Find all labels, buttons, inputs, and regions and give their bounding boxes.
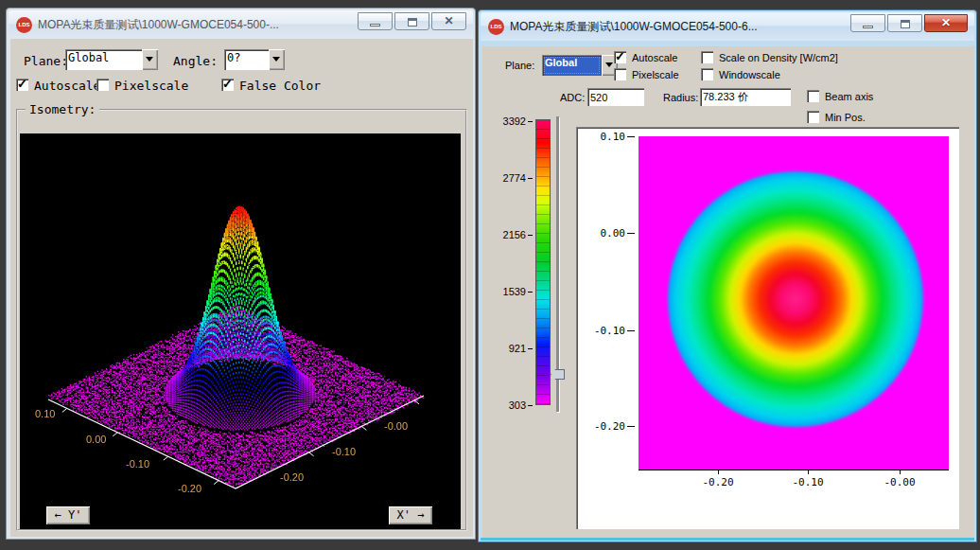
x-tickmark [808, 470, 809, 474]
plane-combobox[interactable]: Global [65, 49, 158, 70]
x-tickmark [900, 470, 901, 474]
y-tickmark [627, 426, 635, 427]
app-icon: LDS [488, 19, 504, 35]
plane-combobox[interactable]: Global [542, 55, 618, 76]
adc-input[interactable] [587, 88, 644, 106]
plane-combobox-value: Global [65, 49, 142, 70]
colorbar-tick-2: 2156 [488, 229, 526, 240]
x-tick-1: -0.10 [787, 476, 829, 488]
pixelscale-label: Pixelscale [632, 69, 679, 80]
iso-x-tick-2: -0.20 [280, 471, 304, 483]
close-button[interactable]: ✕ [431, 12, 466, 30]
colorbar-tickmark [528, 292, 533, 293]
beam-profile-window: LDS MOPA光束质量测试\1000W-GMOCE054-500-6... ✕… [478, 9, 977, 542]
radius-input[interactable] [700, 88, 791, 106]
radius-label: Radius: [663, 92, 698, 103]
iso-y-tick-2: -0.10 [126, 458, 149, 470]
threshold-slider-thumb[interactable] [551, 369, 565, 380]
x-tickmark [718, 470, 719, 474]
rotate-y-button[interactable]: ← Y' [46, 506, 90, 524]
isometry-plot-area: 0.10 0.00 -0.10 -0.20 -0.00 -0.10 -0.20 … [20, 133, 461, 529]
autoscale-label: Autoscale [34, 79, 100, 93]
plane-label: Plane: [505, 60, 534, 71]
beam-axis-label: Beam axis [825, 91, 873, 102]
app-icon: LDS [16, 17, 32, 33]
scale-density-checkbox[interactable] [701, 51, 713, 63]
colorbar-tick-5: 303 [488, 399, 526, 411]
plane-combobox-value: Global [542, 55, 602, 76]
y-tickmark [627, 330, 635, 331]
rotate-x-button[interactable]: X' → [389, 506, 432, 524]
iso-y-tick-1: 0.00 [86, 434, 106, 445]
windowscale-checkbox[interactable] [701, 68, 713, 80]
colorbar-tickmark [528, 348, 533, 349]
pixelscale-checkbox[interactable] [614, 68, 626, 80]
beam-axis-checkbox[interactable] [807, 90, 819, 102]
minimize-icon [863, 26, 873, 28]
iso-x-tick-1: -0.10 [332, 446, 356, 457]
x-axis-line [639, 470, 949, 470]
colorbar-tick-1: 2774 [488, 172, 526, 184]
left-window-title: MOPA光束质量测试\1000W-GMOCE054-500-... [38, 17, 358, 33]
beam-false-color-image [639, 136, 949, 470]
colorbar-tickmark [528, 178, 533, 179]
angle-combobox-value: 0? [224, 49, 269, 70]
y-tick-3: -0.20 [580, 420, 625, 433]
colorbar-tickmark [528, 235, 533, 236]
x-tick-2: -0.00 [879, 476, 920, 488]
close-icon: ✕ [432, 14, 465, 27]
colorbar-tickmark [528, 405, 533, 406]
minimize-button[interactable] [358, 12, 393, 30]
right-client-area: Plane: Global Autoscale Pixelscale Scale… [482, 46, 974, 538]
x-tick-0: -0.20 [697, 476, 739, 488]
min-pos-checkbox[interactable] [807, 111, 819, 123]
colorbar-tickmark [528, 121, 533, 122]
iso-y-tick-0: 0.10 [35, 408, 55, 419]
windowscale-label: Windowscale [719, 69, 780, 80]
maximize-icon [901, 20, 910, 28]
colorbar [535, 119, 551, 405]
close-button[interactable]: ✕ [924, 14, 968, 32]
threshold-slider-track[interactable] [556, 116, 559, 412]
left-client-area: Plane: Global Angle: 0? Autoscale Pixels… [10, 39, 473, 537]
angle-label: Angle: [173, 54, 218, 68]
pixelscale-checkbox[interactable] [96, 79, 109, 91]
autoscale-label: Autoscale [632, 52, 677, 63]
desktop: LDS MOPA光束质量测试\1000W-GMOCE054-500-... ✕ … [0, 0, 980, 550]
false-color-label: False Color [239, 79, 321, 93]
iso-y-tick-3: -0.20 [178, 483, 201, 494]
y-tick-0: 0.10 [580, 131, 625, 143]
close-icon: ✕ [925, 16, 967, 29]
colorbar-tick-3: 1539 [488, 286, 526, 297]
false-color-checkbox[interactable] [221, 79, 234, 91]
angle-combobox[interactable]: 0? [224, 49, 285, 70]
maximize-button[interactable] [887, 14, 922, 32]
y-tickmark [627, 233, 635, 234]
colorbar-tick-4: 921 [488, 343, 526, 354]
iso-x-tick-0: -0.00 [384, 420, 408, 432]
adc-label: ADC: [560, 92, 585, 103]
autoscale-checkbox[interactable] [16, 79, 28, 91]
y-tick-1: 0.00 [580, 227, 625, 240]
colorbar-tick-0: 3392 [488, 115, 526, 127]
isometry-group-title: Isometry: [26, 102, 99, 116]
chevron-down-icon[interactable] [142, 49, 158, 70]
scale-density-label: Scale on Density [W/cm2] [719, 52, 838, 63]
minimize-icon [370, 24, 380, 27]
maximize-icon [408, 18, 417, 27]
isometry-3d-plot [20, 133, 461, 529]
autoscale-checkbox[interactable] [614, 51, 626, 63]
right-titlebar[interactable]: LDS MOPA光束质量测试\1000W-GMOCE054-500-6... ✕ [481, 12, 974, 41]
beam-spot [668, 171, 923, 427]
chevron-down-icon[interactable] [269, 49, 285, 70]
plane-label: Plane: [24, 54, 68, 68]
beam-plot-panel: 0.10 0.00 -0.10 -0.20 -0.20 -0.10 -0.00 [576, 127, 959, 529]
maximize-button[interactable] [394, 12, 429, 30]
min-pos-label: Min Pos. [825, 112, 866, 123]
y-tick-2: -0.10 [580, 325, 625, 337]
left-titlebar[interactable]: LDS MOPA光束质量测试\1000W-GMOCE054-500-... ✕ [9, 10, 473, 39]
pixelscale-label: Pixelscale [114, 79, 188, 93]
right-window-title: MOPA光束质量测试\1000W-GMOCE054-500-6... [510, 19, 850, 35]
y-tickmark [627, 136, 635, 137]
minimize-button[interactable] [850, 14, 885, 32]
